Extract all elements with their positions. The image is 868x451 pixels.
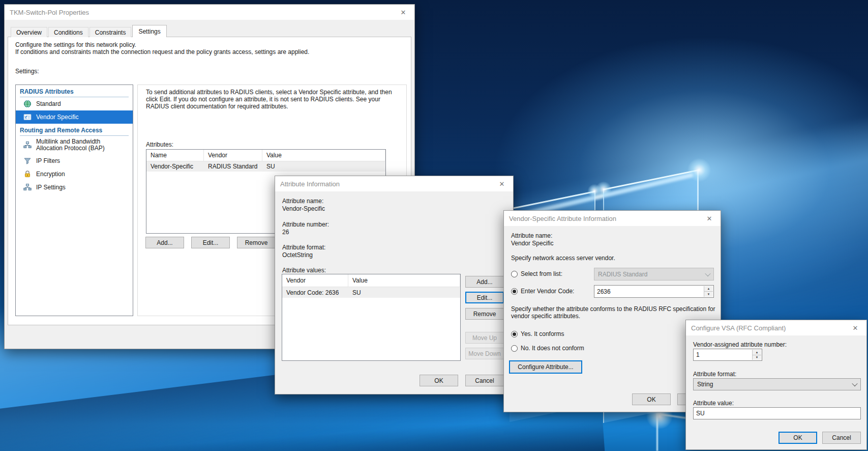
attribute-format-dropdown[interactable]: String [693,378,861,390]
close-icon[interactable]: ✕ [491,176,513,191]
checklist-icon [23,113,32,121]
column-header-value[interactable]: Value [348,274,460,287]
titlebar[interactable]: Configure VSA (RFC Compliant) ✕ [686,320,866,335]
attribute-name-label: Attribute name: [282,198,323,205]
configure-attribute-button[interactable]: Configure Attribute... [509,360,582,374]
column-header-vendor[interactable]: Vendor [282,274,348,287]
attribute-name-value: Vendor-Specific [282,205,325,212]
vendor-assigned-number-label: Vendor-assigned attribute number: [693,341,787,348]
attribute-value-label: Attribute value: [693,400,734,407]
tab-constraints[interactable]: Constraints [89,27,132,37]
column-header-value[interactable]: Value [262,150,385,161]
logo-corner-glow [683,154,715,186]
chevron-down-icon [852,381,857,386]
vendor-code-stepper[interactable]: ▲ ▼ [704,286,713,297]
panel-description: RADIUS client documentation for required… [146,103,288,110]
sidebar-item-label: IP Settings [36,184,66,191]
add-button[interactable]: Add... [465,276,504,288]
titlebar[interactable]: TKM-Switch-Pol Properties ✕ [5,5,414,20]
close-icon[interactable]: ✕ [698,211,721,226]
sidebar-item-ip-settings[interactable]: IP Settings [16,181,133,194]
edit-button[interactable]: Edit... [191,237,230,248]
no-conform-radio[interactable] [511,345,518,352]
enter-vendor-code-radio[interactable] [511,288,518,295]
remove-button[interactable]: Remove [237,237,276,248]
attribute-value-text: SU [696,410,705,417]
ok-button[interactable]: OK [420,375,458,386]
settings-label: Settings: [15,68,39,75]
attribute-name-label: Attribute name: [511,232,552,239]
attribute-values-table: Vendor Value Vendor Code: 2636 SU [282,274,461,361]
attribute-name-value: Vendor Specific [511,240,553,247]
group-header-routing-remote-access: Routing and Remote Access [20,127,129,136]
sidebar-item-label: Encryption [36,171,65,178]
cell-value: SU [262,161,385,172]
cell-name: Vendor-Specific [146,161,204,172]
panel-description: To send additional attributes to RADIUS … [146,89,392,96]
vendor-list-dropdown: RADIUS Standard [594,268,714,280]
network-icon [23,183,32,191]
column-header-name[interactable]: Name [146,150,204,161]
ok-button[interactable]: OK [632,393,671,405]
tab-strip: Overview Conditions Constraints Settings [11,25,168,37]
close-icon[interactable]: ✕ [844,320,866,335]
ok-button[interactable]: OK [779,432,817,444]
yes-conforms-radio[interactable] [511,331,518,337]
attribute-number-value: 26 [282,229,289,236]
intro-text: Configure the settings for this network … [15,41,136,48]
logo-corner-glow [585,182,604,200]
remove-button[interactable]: Remove [465,308,504,320]
sidebar-item-ip-filters[interactable]: IP Filters [16,154,133,167]
attribute-value-input[interactable]: SU [693,407,861,419]
logo-edge-segment [656,413,658,451]
attributes-table-header: Name Vendor Value [146,150,385,161]
spin-up-icon[interactable]: ▲ [704,286,713,292]
attribute-format-value: String [697,381,713,388]
values-table-header: Vendor Value [282,274,460,287]
values-table-row[interactable]: Vendor Code: 2636 SU [282,287,460,298]
add-button[interactable]: Add... [145,237,184,248]
vendor-assigned-number-value: 1 [696,351,700,358]
move-down-button: Move Down [465,348,504,359]
intro-text: If conditions and constraints match the … [15,48,309,55]
conform-section-label: Specify whether the attribute conforms t… [511,305,715,313]
tab-conditions[interactable]: Conditions [48,27,88,37]
tab-overview[interactable]: Overview [11,27,47,37]
number-stepper[interactable]: ▲ ▼ [752,350,761,360]
tab-settings[interactable]: Settings [132,25,166,37]
sidebar-item-vendor-specific[interactable]: Vendor Specific [16,110,133,124]
spin-down-icon[interactable]: ▼ [753,355,761,360]
attribute-values-label: Attribute values: [282,267,326,274]
chevron-down-icon [705,270,710,276]
network-icon [23,141,32,149]
group-header-radius-attributes: RADIUS Attributes [20,88,129,97]
window-configure-vsa: Configure VSA (RFC Compliant) ✕ Vendor-a… [685,320,867,450]
sidebar-item-multilink-bap[interactable]: Multilink and Bandwidth Allocation Proto… [16,136,133,154]
attribute-format-value: OctetString [282,251,313,259]
attributes-label: Attributes: [146,141,173,148]
window-title: Configure VSA (RFC Compliant) [691,324,786,332]
sidebar-item-standard[interactable]: Standard [16,97,133,110]
cancel-button[interactable]: Cancel [465,375,504,386]
titlebar[interactable]: Vendor-Specific Attribute Information ✕ [504,211,721,226]
select-from-list-radio[interactable] [511,271,518,277]
settings-category-list: RADIUS Attributes Standard Vendor Specif… [15,84,133,316]
cell-vendor: Vendor Code: 2636 [282,287,348,298]
sidebar-item-label: IP Filters [36,158,60,164]
titlebar[interactable]: Attribute Information ✕ [275,176,513,191]
attributes-table-row[interactable]: Vendor-Specific RADIUS Standard SU [146,161,385,172]
vendor-code-input[interactable]: 2636 ▲ ▼ [594,285,714,298]
yes-conforms-label: Yes. It conforms [521,330,564,337]
cancel-button[interactable]: Cancel [822,432,861,444]
spin-up-icon[interactable]: ▲ [753,350,761,355]
window-title: Attribute Information [280,180,340,188]
window-attribute-information: Attribute Information ✕ Attribute name: … [275,176,514,394]
column-header-vendor[interactable]: Vendor [204,150,262,161]
sidebar-item-encryption[interactable]: Encryption [16,167,133,181]
edit-button[interactable]: Edit... [465,292,504,303]
spin-down-icon[interactable]: ▼ [704,292,713,297]
sidebar-item-label: Vendor Specific [36,114,78,121]
close-icon[interactable]: ✕ [392,5,414,20]
globe-icon [23,100,32,108]
vendor-assigned-number-input[interactable]: 1 ▲ ▼ [693,349,762,361]
